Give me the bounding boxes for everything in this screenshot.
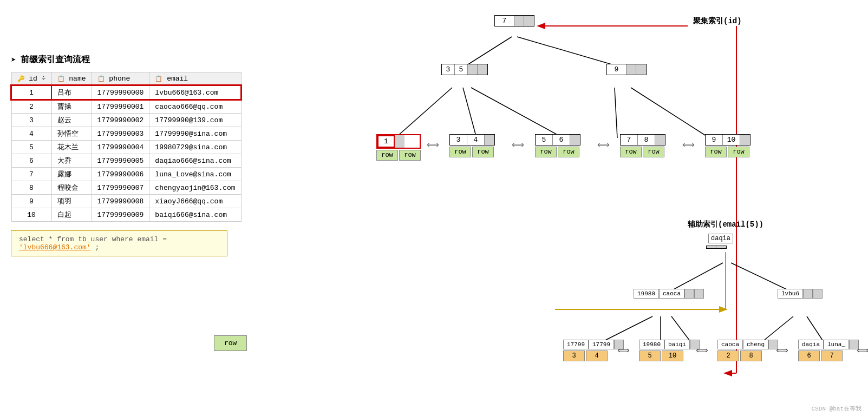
root-node-7: 7: [494, 15, 534, 27]
sec-leaf-caoca-cheng: caoca cheng 2 8: [717, 340, 778, 361]
col-header-name: 📋 name: [51, 72, 92, 86]
svg-line-6: [631, 88, 709, 138]
svg-line-0: [463, 37, 512, 68]
col-header-phone: 📋 phone: [92, 72, 149, 86]
svg-line-3: [463, 88, 477, 138]
col-header-id: 🔑 id ÷: [11, 72, 51, 86]
section-title-text: 前缀索引查询流程: [21, 54, 90, 65]
left-panel: ➤ 前缀索引查询流程 🔑 id ÷ 📋 name 📋 phone 📋 email: [11, 54, 242, 256]
secondary-index-label: 辅助索引(email(5)): [688, 220, 763, 229]
svg-line-2: [395, 88, 452, 138]
sec-node-19980-caoca: 19980 caoca: [634, 289, 704, 299]
data-table: 🔑 id ÷ 📋 name 📋 phone 📋 email 1吕布1779999…: [11, 72, 242, 222]
node-3-5: 3 5: [441, 64, 488, 75]
clustered-index-label: 聚集索引(id): [693, 16, 742, 26]
svg-line-1: [517, 37, 623, 68]
row-label-small: row: [224, 339, 237, 347]
node-9: 9: [606, 64, 647, 75]
col-header-email: 📋 email: [149, 72, 241, 86]
leaf-3-4: 3 4 row row: [449, 134, 495, 157]
sec-leaf-arrow-1: ⟺: [617, 345, 630, 356]
leaf-1: 1 row row: [376, 134, 421, 161]
daqia-prefix-label: daqia: [708, 234, 733, 243]
sec-leaf-arrow-2: ⟺: [696, 345, 708, 356]
sec-leaf-daqia-luna: daqia luna_ 6 7: [798, 340, 859, 361]
clustered-label-text: 聚集索引(id): [693, 17, 742, 25]
leaf-5-6: 5 6 row row: [535, 134, 580, 157]
row-box-small: row: [214, 335, 247, 351]
leaf-arrow-1: ⟺: [427, 140, 439, 150]
leaf-arrow-4: ⟺: [682, 140, 695, 150]
svg-line-5: [615, 88, 617, 138]
section-title: ➤ 前缀索引查询流程: [11, 54, 242, 65]
sec-leaf-17799a: 17799 17799 3 4: [563, 340, 624, 361]
sql-highlight: 'lvbu666@163.com': [19, 243, 91, 251]
svg-line-4: [471, 88, 563, 138]
sec-leaf-arrow-3: ⟺: [776, 345, 788, 356]
secondary-root: [706, 246, 727, 249]
sql-box: select * from tb_user where email = 'lvb…: [11, 230, 227, 256]
leaf-arrow-3: ⟺: [597, 140, 610, 150]
leaf-7-8: 7 8 row row: [620, 134, 665, 157]
sec-leaf-19980-baiqi: 19980 baiqi 5 10: [639, 340, 700, 361]
leaf-9-10: 9 10 row row: [705, 134, 750, 157]
leaf-arrow-2: ⟺: [512, 140, 524, 150]
secondary-label-text: 辅助索引(email(5)): [688, 220, 763, 229]
watermark: CSDN @bat在等我: [812, 405, 862, 413]
arrow-icon: ➤: [11, 55, 16, 65]
sec-leaf-arrow-4: ⟺: [857, 345, 868, 356]
sec-node-lvbu6: lvbu6: [778, 289, 823, 299]
